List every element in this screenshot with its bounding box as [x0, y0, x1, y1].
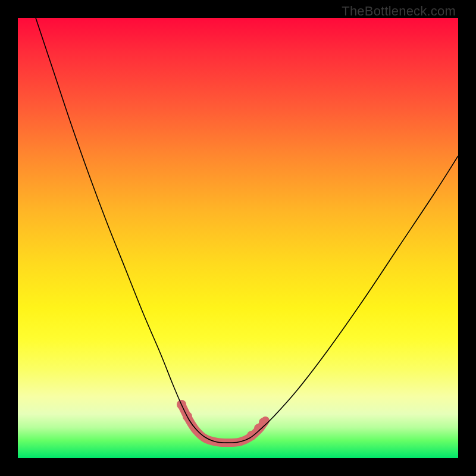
- trough-dot: [259, 418, 268, 427]
- plot-area: [18, 18, 458, 458]
- curve-layer: [18, 18, 458, 458]
- outer-frame: TheBottleneck.com: [0, 0, 476, 476]
- watermark-text: TheBottleneck.com: [342, 4, 456, 19]
- bottleneck-curve: [36, 18, 458, 443]
